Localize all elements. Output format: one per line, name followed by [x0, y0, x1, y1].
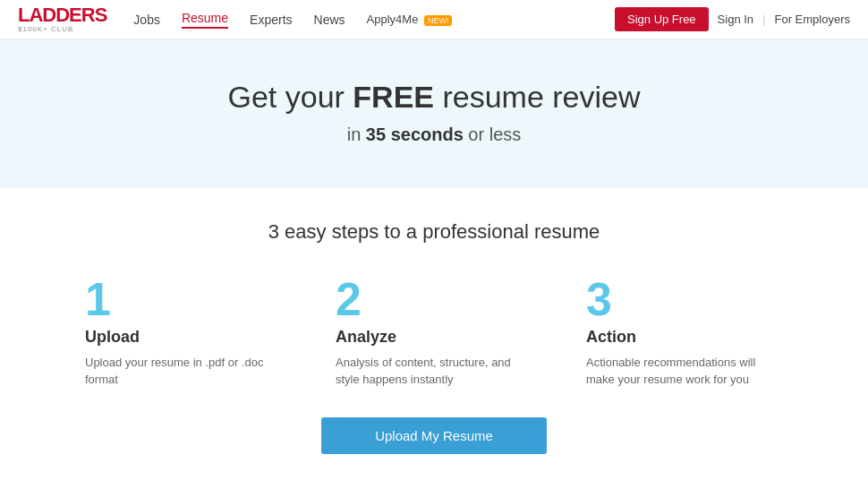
steps-section: 3 easy steps to a professional resume 1 …	[0, 188, 868, 489]
nav-apply4me[interactable]: Apply4Me NEW!	[367, 13, 453, 26]
step-2-title: Analyze	[336, 328, 532, 347]
hero-title: Get your FREE resume review	[18, 79, 850, 116]
navbar: LADDERS $100K+ CLUB Jobs Resume Experts …	[0, 0, 868, 39]
nav-divider: |	[762, 13, 765, 26]
hero-title-free: FREE	[353, 80, 434, 114]
signup-button[interactable]: Sign Up Free	[615, 7, 709, 31]
nav-experts[interactable]: Experts	[250, 13, 292, 27]
hero-title-start: Get your	[227, 80, 353, 114]
step-2-desc: Analysis of content, structure, and styl…	[336, 354, 532, 389]
hero-sub-highlight: 35 seconds	[366, 124, 464, 144]
step-3-number: 3	[586, 276, 783, 322]
step-1-desc: Upload your resume in .pdf or .doc forma…	[85, 354, 282, 389]
employers-link[interactable]: For Employers	[774, 13, 850, 26]
hero-sub-start: in	[347, 124, 366, 144]
nav-right: Sign Up Free Sign In | For Employers	[615, 7, 850, 31]
step-2-number: 2	[336, 276, 532, 322]
step-3: 3 Action Actionable recommendations will…	[559, 276, 810, 389]
upload-resume-button[interactable]: Upload My Resume	[321, 417, 547, 454]
nav-links: Jobs Resume Experts News Apply4Me NEW!	[133, 11, 615, 29]
hero-sub-end: or less	[464, 124, 521, 144]
step-3-desc: Actionable recommendations will make you…	[586, 354, 783, 389]
steps-headline: 3 easy steps to a professional resume	[36, 220, 832, 244]
hero-title-end: resume review	[434, 80, 641, 114]
nav-news[interactable]: News	[314, 13, 345, 27]
logo-text: LADDERS	[18, 5, 106, 25]
apply-new-badge: NEW!	[424, 15, 453, 26]
logo[interactable]: LADDERS $100K+ CLUB	[18, 5, 106, 33]
step-1-number: 1	[85, 276, 282, 322]
nav-jobs[interactable]: Jobs	[133, 13, 160, 27]
steps-grid: 1 Upload Upload your resume in .pdf or .…	[36, 276, 832, 389]
step-3-title: Action	[586, 328, 783, 347]
step-1-title: Upload	[85, 328, 282, 347]
nav-resume[interactable]: Resume	[182, 11, 228, 29]
upload-button-wrap: Upload My Resume	[36, 417, 832, 454]
signin-link[interactable]: Sign In	[718, 13, 753, 26]
hero-section: Get your FREE resume review in 35 second…	[0, 39, 868, 188]
hero-subtitle: in 35 seconds or less	[18, 124, 850, 145]
step-1: 1 Upload Upload your resume in .pdf or .…	[58, 276, 309, 389]
logo-subtext: $100K+ CLUB	[18, 26, 106, 33]
step-2: 2 Analyze Analysis of content, structure…	[309, 276, 559, 389]
